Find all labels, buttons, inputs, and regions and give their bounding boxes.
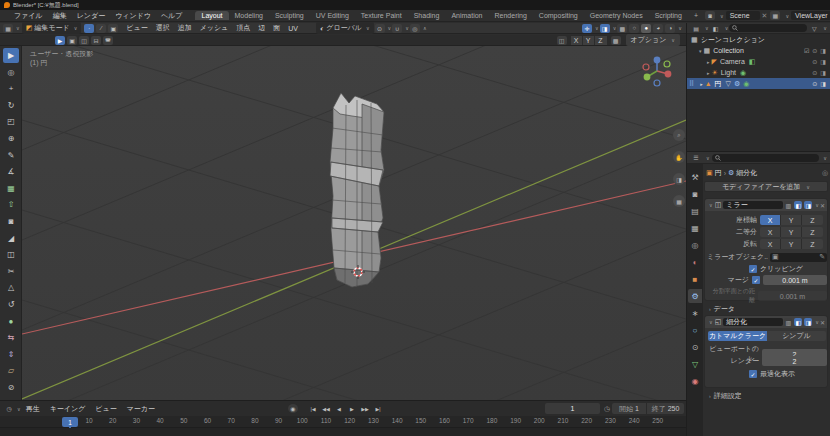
tool-button-smooth[interactable]: ● (3, 314, 19, 329)
wireframe-shading-icon[interactable]: ○ (629, 24, 639, 33)
mode-dropdown[interactable]: ◩ 編集モード ∨ (22, 22, 82, 34)
drag-handle-icon[interactable]: ⠿ (689, 80, 694, 88)
zoom-view-icon[interactable]: ⌕ (673, 129, 685, 141)
expand-arrow-icon[interactable]: › (709, 306, 711, 312)
viewport-menu-item[interactable]: 面 (269, 23, 284, 33)
camera-restrict-icon[interactable]: ◨ (820, 58, 826, 65)
viewport-menu-item[interactable]: 頂点 (232, 23, 254, 33)
tool-button-measure[interactable]: ∡ (3, 164, 19, 179)
vertex-select-icon[interactable]: · (84, 24, 94, 33)
tool-button-extrude-region[interactable]: ⇧ (3, 197, 19, 212)
collapse-arrow-icon[interactable]: ∨ (709, 319, 713, 325)
snap-target-icon[interactable]: ▩ (611, 36, 621, 45)
tool-button-add-cube[interactable]: ▦ (3, 181, 19, 196)
expand-arrow-icon[interactable]: ▾ (699, 48, 702, 54)
bisect-axis-x[interactable]: X (760, 227, 781, 237)
optimal-display-checkbox[interactable]: ✓ (749, 370, 757, 378)
xray-toggle-icon[interactable]: ▩ (617, 24, 627, 33)
viewport-menu-item[interactable]: 追加 (174, 23, 196, 33)
show-in-editmode-icon[interactable]: ▥ (784, 318, 792, 326)
tool-button-inset-faces[interactable]: ◙ (3, 214, 19, 229)
properties-tab-tool[interactable]: ⚒ (688, 170, 702, 184)
timeline-menu-item[interactable]: マーカー (122, 404, 160, 414)
eye-icon[interactable]: ⊙ (812, 58, 817, 65)
scene-name-field[interactable]: Scene (726, 11, 760, 20)
properties-tab-object[interactable]: ■ (688, 272, 702, 286)
playback-button-jump-to-prev-keyframe[interactable]: ◀◀ (321, 404, 331, 413)
viewport-menu-item[interactable]: 選択 (152, 23, 174, 33)
face-select-icon[interactable]: ▣ (108, 24, 118, 33)
active-tool-icon[interactable]: ▶ (55, 36, 65, 45)
properties-tab-view-layer[interactable]: ▦ (688, 221, 702, 235)
tool-button-loop-cut[interactable]: ◫ (3, 247, 19, 262)
delete-modifier-icon[interactable]: ✕ (820, 319, 825, 326)
camera-restrict-icon[interactable]: ◨ (820, 47, 826, 54)
frame-start-field[interactable]: 開始 1 (612, 403, 646, 414)
workspace-tab[interactable]: Geometry Nodes (584, 11, 649, 20)
mirror-z-toggle[interactable]: Z (595, 36, 607, 45)
show-gizmo-icon[interactable]: ✛ (582, 24, 592, 33)
properties-tab-object-data[interactable]: ▽ (688, 357, 702, 371)
viewport-menu-item[interactable]: メッシュ (196, 23, 233, 33)
workspace-tab[interactable]: Scripting (649, 11, 688, 20)
editor-type-icon[interactable]: ▦ (3, 24, 13, 33)
delete-modifier-icon[interactable]: ✕ (820, 202, 825, 209)
timeline-ruler[interactable]: 1020304050607080901001101201301401501601… (0, 416, 686, 428)
mirror-axis-z[interactable]: Z (802, 215, 823, 225)
breadcrumb-modifier[interactable]: 細分化 (736, 168, 757, 178)
menu-item[interactable]: ウィンドウ (110, 11, 156, 21)
editor-type-icon[interactable]: ▤ (691, 24, 701, 33)
playhead[interactable]: 1 (62, 417, 78, 427)
frame-end-field[interactable]: 終了 250 (647, 403, 684, 414)
editor-type-icon[interactable]: ◷ (4, 404, 14, 413)
current-frame-field[interactable]: 1 (545, 403, 600, 414)
tool-button-knife[interactable]: ✂ (3, 264, 19, 279)
render-display-icon[interactable]: ◨ (804, 201, 812, 209)
orientation-dropdown[interactable]: ◐ グローバル ∨ (316, 22, 374, 34)
workspace-tab[interactable]: UV Editing (310, 11, 355, 20)
workspace-tab[interactable]: Layout (195, 11, 228, 20)
playback-button-play-reverse[interactable]: ◀ (334, 404, 344, 413)
breadcrumb-object[interactable]: 円 (715, 168, 722, 178)
rendered-shading-icon[interactable]: ◑ (665, 24, 675, 33)
mirror-object-field[interactable]: ▣ ✎ (770, 253, 827, 262)
workspace-tab[interactable]: Shading (408, 11, 446, 20)
scene-unlink-icon[interactable]: ✕ (762, 12, 768, 20)
outliner-row-mesh[interactable]: ⠿ ▸ ▲ 円 ▽ ⚙ ◉ ⊙◨ (687, 78, 830, 89)
expand-arrow-icon[interactable]: ▸ (707, 70, 710, 76)
properties-tab-render[interactable]: ◙ (688, 187, 702, 201)
tool-button-select-box[interactable]: ▶ (3, 48, 19, 63)
menu-item[interactable]: レンダー (72, 11, 111, 21)
edge-select-icon[interactable]: ∕ (96, 24, 106, 33)
select-mode-invert-icon[interactable]: ◚ (103, 36, 113, 45)
flip-axis-y[interactable]: Y (781, 239, 802, 249)
extras-dropdown-icon[interactable]: ∨ (815, 202, 819, 208)
timeline-menu-item[interactable]: 再生 (21, 404, 45, 414)
subdivision-name-field[interactable]: 細分化 (723, 318, 783, 326)
scene-icon[interactable]: ◙ (705, 11, 715, 20)
mesh-object[interactable] (330, 93, 384, 287)
outliner-search-input[interactable] (729, 24, 807, 32)
properties-tab-modifiers[interactable]: ⚙ (688, 289, 702, 303)
camera-restrict-icon[interactable]: ◨ (820, 69, 826, 76)
menu-item[interactable]: ヘルプ (156, 11, 188, 21)
tool-button-move[interactable]: + (3, 81, 19, 96)
realtime-display-icon[interactable]: ◧ (794, 201, 802, 209)
viewport-menu-item[interactable]: UV (284, 25, 302, 32)
tool-button-transform[interactable]: ⊕ (3, 131, 19, 146)
tool-button-annotate[interactable]: ✎ (3, 148, 19, 163)
workspace-tab[interactable]: Texture Paint (355, 11, 408, 20)
tool-button-shear[interactable]: ▱ (3, 363, 19, 378)
tool-button-shrink-fatten[interactable]: ⇕ (3, 347, 19, 362)
select-mode-new-icon[interactable]: ▣ (67, 36, 77, 45)
outliner-row-collection[interactable]: ▾ ▦ Collection ☑⊙◨ (687, 45, 830, 56)
workspace-tab[interactable]: Modeling (229, 11, 269, 20)
properties-tab-material[interactable]: ◉ (688, 374, 702, 388)
outliner-row-light[interactable]: ▸ ☀ Light ◉ ⊙◨ (687, 67, 830, 78)
pan-view-icon[interactable]: ✋ (673, 151, 685, 163)
bisect-axis-y[interactable]: Y (781, 227, 802, 237)
properties-tab-scene[interactable]: ◎ (688, 238, 702, 252)
expand-arrow-icon[interactable]: ▸ (700, 81, 703, 87)
mirror-axis-x[interactable]: X (760, 215, 781, 225)
subdivision-panel-header[interactable]: ∨ ◱ 細分化 ▥ ◧ ◨ ∨ ✕ (705, 316, 827, 328)
